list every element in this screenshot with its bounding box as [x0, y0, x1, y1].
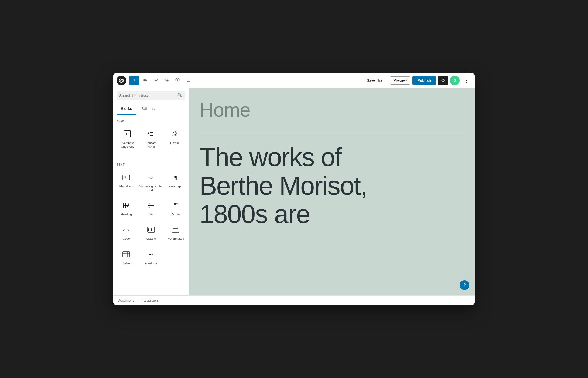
svg-text:": "	[174, 202, 176, 208]
jetpack-button[interactable]: J	[450, 76, 460, 85]
block-item-heading[interactable]: Heading	[117, 197, 136, 220]
list-view-button[interactable]: ☰	[183, 76, 193, 85]
block-sidebar: 🔍 Blocks Patterns NEW E Eventbrite Check…	[113, 88, 189, 295]
tab-patterns[interactable]: Patterns	[136, 103, 159, 115]
block-item-freeform[interactable]: ✒ Freeform	[138, 246, 163, 268]
eventbrite-icon: E	[122, 129, 132, 139]
syntax-label: SyntaxHighlighter Code	[139, 184, 162, 192]
info-button[interactable]: ⓘ	[173, 76, 182, 85]
block-item-preformatted[interactable]: Preformatted	[166, 222, 185, 244]
block-item-paragraph[interactable]: ¶ Paragraph	[166, 169, 185, 195]
content-line1: The works of	[200, 143, 341, 171]
block-item-syntax[interactable]: <> SyntaxHighlighter Code	[138, 169, 163, 195]
save-draft-button[interactable]: Save Draft	[364, 77, 388, 84]
add-block-button[interactable]: +	[129, 76, 139, 85]
heading-label: Heading	[121, 212, 132, 216]
sidebar-tabs: Blocks Patterns	[113, 103, 189, 115]
content-line3: 1800s are	[200, 200, 310, 228]
svg-text:< >: < >	[123, 228, 130, 232]
svg-text:ℛ: ℛ	[172, 131, 177, 137]
text-blocks-grid: M↓ Markdown <> SyntaxHighlighter Code	[117, 169, 185, 268]
breadcrumb-separator: →	[136, 298, 139, 302]
paragraph-icon: ¶	[171, 173, 180, 182]
svg-text:¶: ¶	[174, 174, 177, 181]
block-item-table[interactable]: Table	[117, 246, 136, 268]
breadcrumb-paragraph[interactable]: Paragraph	[141, 298, 158, 302]
eventbrite-label: Eventbrite Checkout	[118, 141, 137, 149]
section-new-label: NEW	[117, 119, 185, 123]
revue-label: Revue	[170, 141, 179, 145]
status-bar: Document → Paragraph	[113, 295, 475, 305]
search-input[interactable]	[119, 93, 175, 98]
search-wrapper[interactable]: 🔍	[117, 91, 185, 100]
svg-text:✒: ✒	[149, 252, 153, 258]
svg-rect-24	[151, 228, 152, 231]
editor-title[interactable]: Home	[200, 99, 464, 121]
podcast-label: Podcast Player	[141, 141, 161, 149]
table-icon	[121, 249, 131, 259]
block-item-classic[interactable]: Classic	[138, 222, 163, 244]
block-item-code[interactable]: < > Code	[117, 222, 136, 244]
help-button[interactable]: ?	[460, 280, 469, 290]
svg-point-15	[149, 203, 150, 204]
svg-rect-22	[148, 228, 149, 231]
code-icon: < >	[121, 225, 131, 235]
more-options-button[interactable]: ⋮	[462, 76, 471, 85]
code-label: Code	[123, 237, 130, 241]
syntax-icon: <>	[146, 173, 156, 182]
block-item-list[interactable]: List	[138, 197, 163, 220]
section-new: NEW E Eventbrite Checkout Podcast Player	[113, 115, 189, 158]
classic-label: Classic	[146, 237, 156, 241]
main-area: 🔍 Blocks Patterns NEW E Eventbrite Check…	[113, 88, 475, 295]
search-icon: 🔍	[177, 93, 183, 98]
wp-logo-icon	[119, 78, 124, 83]
svg-rect-23	[150, 228, 150, 231]
tab-blocks[interactable]: Blocks	[117, 103, 136, 115]
edit-button[interactable]: ✏	[140, 76, 150, 85]
editor-divider	[200, 132, 464, 132]
publish-button[interactable]: Publish	[412, 76, 436, 85]
editor-area[interactable]: Home The works of Berthe Morisot, 1800s …	[189, 88, 475, 295]
heading-icon	[121, 201, 131, 210]
block-item-markdown[interactable]: M↓ Markdown	[117, 169, 136, 195]
new-blocks-grid: E Eventbrite Checkout Podcast Player ℛ	[117, 126, 185, 152]
markdown-label: Markdown	[119, 184, 133, 188]
markdown-icon: M↓	[121, 173, 131, 182]
paragraph-label: Paragraph	[169, 184, 182, 188]
search-bar: 🔍	[113, 88, 189, 103]
preformatted-label: Preformatted	[167, 237, 184, 241]
breadcrumb-document[interactable]: Document	[118, 298, 134, 302]
table-label: Table	[123, 261, 130, 265]
svg-point-17	[149, 207, 150, 208]
freeform-icon: ✒	[146, 249, 156, 259]
svg-text:M↓: M↓	[125, 176, 128, 179]
list-label: List	[149, 212, 153, 216]
list-icon	[146, 201, 156, 210]
block-item-podcast[interactable]: Podcast Player	[140, 126, 162, 152]
editor-content[interactable]: The works of Berthe Morisot, 1800s are	[200, 143, 464, 228]
svg-point-16	[149, 205, 150, 206]
settings-button[interactable]: ⚙	[438, 76, 448, 85]
svg-text:<>: <>	[148, 175, 153, 180]
revue-icon: ℛ	[170, 129, 179, 139]
block-item-eventbrite[interactable]: E Eventbrite Checkout	[117, 126, 138, 152]
svg-text:": "	[176, 202, 179, 208]
section-text: TEXT M↓ Markdown <> SyntaxHighli	[113, 158, 189, 275]
section-text-label: TEXT	[117, 163, 185, 166]
svg-text:E: E	[126, 132, 128, 136]
freeform-label: Freeform	[145, 261, 157, 265]
block-item-quote[interactable]: "" Quote	[166, 197, 185, 220]
toolbar-right: Save Draft Preview Publish ⚙ J ⋮	[364, 76, 472, 85]
quote-label: Quote	[172, 212, 180, 216]
redo-button[interactable]: ↪	[162, 76, 172, 85]
preview-button[interactable]: Preview	[390, 76, 411, 85]
main-toolbar: + ✏ ↩ ↪ ⓘ ☰ Save Draft Preview Publish ⚙…	[113, 73, 475, 88]
undo-button[interactable]: ↩	[151, 76, 161, 85]
preformatted-icon	[171, 225, 180, 235]
wp-logo[interactable]	[117, 76, 126, 85]
quote-icon: ""	[171, 201, 180, 210]
podcast-icon	[146, 129, 156, 139]
svg-rect-29	[123, 252, 130, 257]
classic-icon	[146, 225, 156, 235]
block-item-revue[interactable]: ℛ Revue	[164, 126, 185, 152]
